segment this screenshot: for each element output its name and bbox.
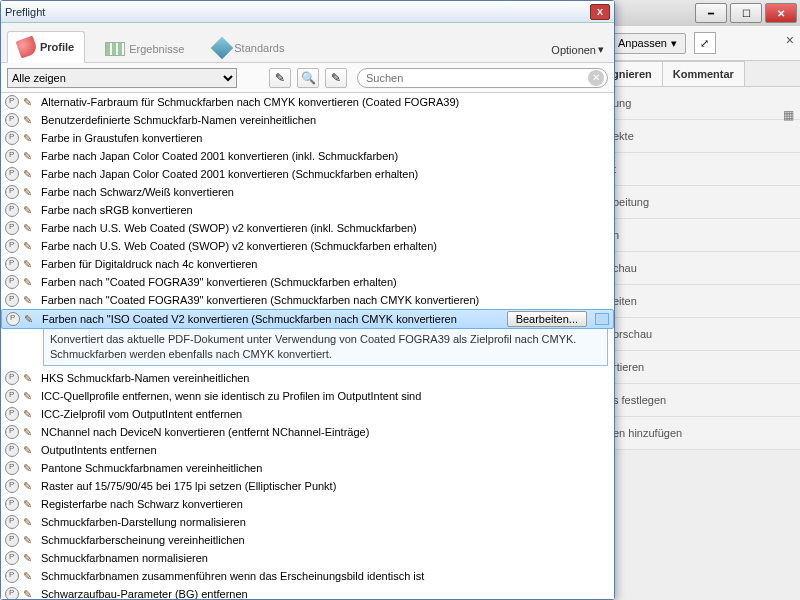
bg-tabs: gnieren Kommentar	[601, 61, 800, 87]
tool-button-3[interactable]: ✎	[325, 68, 347, 88]
options-dropdown[interactable]: Optionen▾	[547, 37, 608, 62]
wand-icon: ✎	[23, 239, 37, 253]
bg-section[interactable]: ekte	[601, 120, 800, 153]
list-item-label: Farbe nach U.S. Web Coated (SWOP) v2 kon…	[41, 240, 610, 252]
list-item[interactable]: ✎Alternativ-Farbraum für Schmuckfarben n…	[1, 93, 614, 111]
inspect-icon	[5, 425, 19, 439]
search-wrap: ✕	[357, 68, 608, 88]
list-item[interactable]: ✎OutputIntents entfernen	[1, 441, 614, 459]
list-item[interactable]: ✎Farben nach "Coated FOGRA39" konvertier…	[1, 273, 614, 291]
edit-button[interactable]: Bearbeiten...	[507, 311, 587, 327]
list-item-label: Farben für Digitaldruck nach 4c konverti…	[41, 258, 610, 270]
panel-menu-icon[interactable]: ▦	[783, 108, 794, 122]
bg-section[interactable]: eiten	[601, 285, 800, 318]
list-item[interactable]: ✎Farben für Digitaldruck nach 4c konvert…	[1, 255, 614, 273]
fixup-list[interactable]: ✎Alternativ-Farbraum für Schmuckfarben n…	[1, 93, 614, 599]
inspect-icon	[5, 203, 19, 217]
bg-max-button[interactable]: ☐	[730, 3, 762, 23]
bg-section[interactable]: orschau	[601, 318, 800, 351]
bg-section[interactable]: beitung	[601, 186, 800, 219]
tool-button-1[interactable]: ✎	[269, 68, 291, 88]
list-item[interactable]: ✎Benutzerdefinierte Schmuckfarb-Namen ve…	[1, 111, 614, 129]
tool-button-2[interactable]: 🔍	[297, 68, 319, 88]
list-item[interactable]: ✎Pantone Schmuckfarbnamen vereinheitlich…	[1, 459, 614, 477]
bg-section[interactable]: ung	[601, 87, 800, 120]
search-input[interactable]	[357, 68, 608, 88]
tab-comment[interactable]: Kommentar	[662, 61, 745, 86]
list-item[interactable]: ✎Schmuckfarbnamen zusammenführen wenn da…	[1, 567, 614, 585]
dialog-tabs: Profile Ergebnisse Standards Optionen▾	[1, 23, 614, 63]
inspect-icon	[5, 479, 19, 493]
flag-icon[interactable]	[595, 313, 609, 325]
dialog-close-button[interactable]: X	[590, 4, 610, 20]
list-item-label: Registerfarbe nach Schwarz konvertieren	[41, 498, 610, 510]
background-window: ━ ☐ ✕ × Anpassen▾ ⤢ gnieren Kommentar ▦ …	[600, 0, 800, 600]
list-item[interactable]: ✎Schmuckfarben-Darstellung normalisieren	[1, 513, 614, 531]
list-item[interactable]: ✎Schmuckfarbnamen normalisieren	[1, 549, 614, 567]
inspect-icon	[5, 131, 19, 145]
list-item[interactable]: ✎Farbe nach Japan Color Coated 2001 konv…	[1, 165, 614, 183]
list-item[interactable]: ✎Registerfarbe nach Schwarz konvertieren	[1, 495, 614, 513]
inspect-icon	[5, 407, 19, 421]
inspect-icon	[5, 533, 19, 547]
search-clear-icon[interactable]: ✕	[588, 70, 604, 86]
inspect-icon	[5, 293, 19, 307]
wand-icon: ✎	[23, 167, 37, 181]
results-icon	[105, 42, 125, 56]
list-item[interactable]: ✎Schwarzaufbau-Parameter (BG) entfernen	[1, 585, 614, 599]
list-item[interactable]: ✎ICC-Zielprofil vom OutputIntent entfern…	[1, 405, 614, 423]
customize-dropdown[interactable]: Anpassen▾	[609, 33, 686, 54]
wand-icon: ✎	[23, 293, 37, 307]
list-item[interactable]: ✎HKS Schmuckfarb-Namen vereinheitlichen	[1, 369, 614, 387]
expand-button[interactable]: ⤢	[694, 32, 716, 54]
tab-results[interactable]: Ergebnisse	[95, 36, 194, 62]
bg-section[interactable]: n	[601, 219, 800, 252]
bg-section[interactable]: chau	[601, 252, 800, 285]
bg-section[interactable]: en hinzufügen	[601, 417, 800, 450]
dialog-title: Preflight	[5, 6, 590, 18]
list-item[interactable]: ✎Raster auf 15/75/90/45 bei 175 lpi setz…	[1, 477, 614, 495]
bg-section[interactable]: rtieren	[601, 351, 800, 384]
bg-section[interactable]: t	[601, 153, 800, 186]
list-item[interactable]: ✎Farbe nach Schwarz/Weiß konvertieren	[1, 183, 614, 201]
wand-icon: ✎	[23, 389, 37, 403]
inspect-icon	[5, 389, 19, 403]
bg-section[interactable]: s festlegen	[601, 384, 800, 417]
wand-icon: ✎	[23, 461, 37, 475]
inspect-icon	[5, 221, 19, 235]
bg-min-button[interactable]: ━	[695, 3, 727, 23]
list-item[interactable]: ✎ICC-Quellprofile entfernen, wenn sie id…	[1, 387, 614, 405]
bg-close-button[interactable]: ✕	[765, 3, 797, 23]
list-item[interactable]: ✎Farbe nach Japan Color Coated 2001 konv…	[1, 147, 614, 165]
wand-icon: ✎	[23, 371, 37, 385]
tab-standards-label: Standards	[234, 42, 284, 54]
list-item-label: Farbe nach U.S. Web Coated (SWOP) v2 kon…	[41, 222, 610, 234]
tab-profile[interactable]: Profile	[7, 31, 85, 63]
panel-close-icon[interactable]: ×	[786, 32, 794, 48]
standards-icon	[211, 37, 234, 60]
list-item[interactable]: ✎Schmuckfarberscheinung vereinheitlichen	[1, 531, 614, 549]
list-item[interactable]: ✎Farbe in Graustufen konvertieren	[1, 129, 614, 147]
list-item-label: ICC-Zielprofil vom OutputIntent entferne…	[41, 408, 610, 420]
inspect-icon	[5, 371, 19, 385]
wand-icon: ✎	[23, 425, 37, 439]
filter-select[interactable]: Alle zeigen	[7, 68, 237, 88]
wand-icon: ✎	[23, 257, 37, 271]
list-item[interactable]: ✎Farbe nach U.S. Web Coated (SWOP) v2 ko…	[1, 219, 614, 237]
list-item[interactable]: ✎NChannel nach DeviceN konvertieren (ent…	[1, 423, 614, 441]
tab-profile-label: Profile	[40, 41, 74, 53]
list-item[interactable]: ✎Farben nach "Coated FOGRA39" konvertier…	[1, 291, 614, 309]
tab-standards[interactable]: Standards	[204, 34, 294, 62]
list-item[interactable]: ✎Farbe nach U.S. Web Coated (SWOP) v2 ko…	[1, 237, 614, 255]
wand-icon: ✎	[23, 203, 37, 217]
wand-icon: ✎	[23, 407, 37, 421]
inspect-icon	[5, 149, 19, 163]
list-item[interactable]: ✎Farben nach "ISO Coated V2 konvertieren…	[1, 309, 614, 329]
list-item-label: ICC-Quellprofile entfernen, wenn sie ide…	[41, 390, 610, 402]
inspect-icon	[5, 113, 19, 127]
wand-icon: ✎	[23, 221, 37, 235]
inspect-icon	[5, 443, 19, 457]
list-item[interactable]: ✎Farbe nach sRGB konvertieren	[1, 201, 614, 219]
inspect-icon	[5, 497, 19, 511]
wand-icon: ✎	[23, 533, 37, 547]
